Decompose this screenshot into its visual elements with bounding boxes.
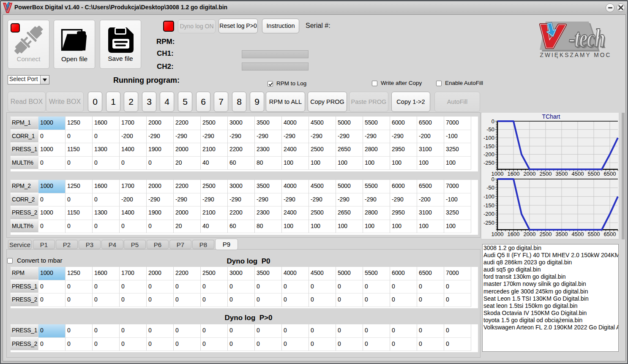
svg-text:3500: 3500: [556, 231, 568, 237]
svg-text:2000: 2000: [524, 231, 536, 237]
svg-text:5500: 5500: [588, 171, 600, 177]
svg-text:-250: -250: [483, 220, 494, 226]
svg-text:0: 0: [491, 177, 494, 182]
svg-text:-200: -200: [483, 151, 494, 158]
svg-text:-tech: -tech: [569, 24, 605, 53]
svg-text:1600: 1600: [508, 171, 520, 177]
svg-text:4500: 4500: [572, 171, 584, 177]
svg-text:-100: -100: [483, 193, 494, 200]
svg-text:1000: 1000: [491, 171, 504, 177]
svg-text:6500: 6500: [604, 171, 616, 177]
svg-text:-50: -50: [486, 185, 494, 191]
svg-text:-50: -50: [486, 126, 494, 133]
svg-text:TChart: TChart: [542, 113, 560, 120]
svg-text:4500: 4500: [572, 231, 584, 237]
svg-text:2000: 2000: [524, 171, 536, 177]
svg-text:2500: 2500: [540, 171, 552, 177]
svg-text:1600: 1600: [508, 231, 520, 237]
svg-text:ZWIĘKSZAMY MOC: ZWIĘKSZAMY MOC: [540, 52, 612, 58]
svg-text:1000: 1000: [491, 231, 504, 237]
svg-text:-150: -150: [483, 143, 494, 149]
svg-text:2500: 2500: [540, 231, 552, 237]
svg-text:-100: -100: [483, 135, 494, 141]
svg-text:5500: 5500: [588, 231, 600, 237]
svg-text:-250: -250: [483, 160, 494, 166]
svg-text:0: 0: [491, 118, 494, 125]
svg-text:-200: -200: [483, 211, 494, 217]
svg-text:-150: -150: [483, 202, 494, 209]
svg-text:3500: 3500: [556, 171, 568, 177]
svg-text:6500: 6500: [604, 231, 616, 237]
